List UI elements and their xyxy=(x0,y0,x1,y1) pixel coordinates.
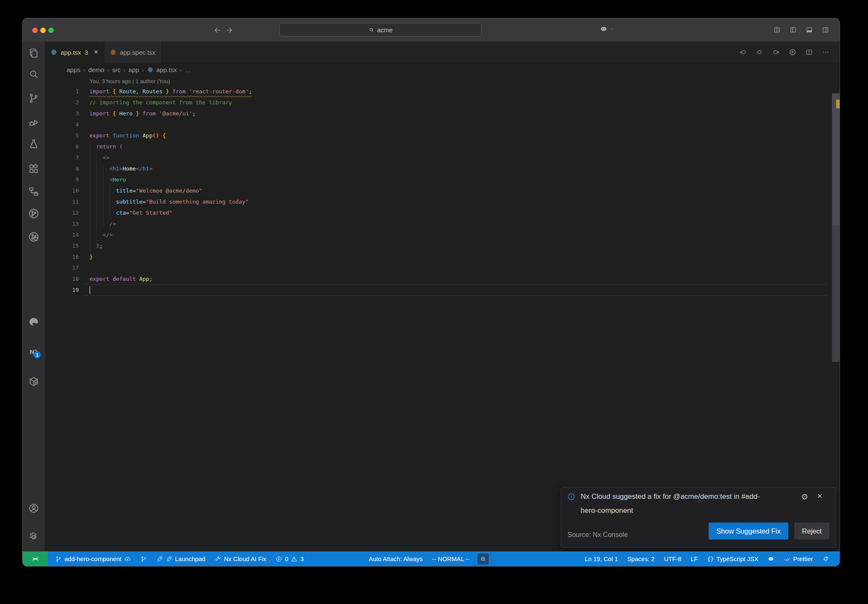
ellipsis-icon[interactable] xyxy=(822,48,829,56)
notification-source: Source: Nx Console xyxy=(568,526,628,543)
code-editor[interactable]: You, 3 hours ago | 1 author (You)1import… xyxy=(45,77,831,551)
nav-dot-circle-icon[interactable] xyxy=(756,48,763,56)
breadcrumb-more[interactable]: … xyxy=(185,66,191,73)
activity-extensions[interactable] xyxy=(28,163,39,175)
status-eol[interactable]: LF xyxy=(686,551,703,566)
code-line-6[interactable]: 6 return ( xyxy=(45,141,831,152)
tab-bar: app.tsx3×app.spec.tsx xyxy=(45,42,840,63)
status-language[interactable]: {}TypeScript JSX xyxy=(702,551,763,566)
nav-back-circle-icon[interactable] xyxy=(739,48,747,56)
breadcrumb-item[interactable]: apps xyxy=(67,66,81,73)
breadcrumb-item[interactable]: app xyxy=(128,66,139,73)
status-problems[interactable]: 03 xyxy=(271,551,308,566)
code-line-2[interactable]: 2// importing the component from the lib… xyxy=(45,97,831,108)
code-line-7[interactable]: 7 <> xyxy=(45,152,831,163)
status-zoom-indicator[interactable] xyxy=(478,554,489,565)
status-nx-cloud-ai-fix[interactable]: Nx Cloud AI Fix xyxy=(210,551,271,566)
status-auto-attach[interactable]: Auto Attach: Always xyxy=(364,551,427,566)
activity-gitlens[interactable] xyxy=(28,208,39,219)
remote-indicator[interactable]: >< xyxy=(22,551,48,566)
scrollbar-slider-top xyxy=(832,93,840,225)
copilot-menu[interactable] xyxy=(600,25,614,33)
status-indentation[interactable]: Spaces: 2 xyxy=(623,551,659,566)
activity-edge[interactable] xyxy=(28,316,39,328)
breadcrumb-item[interactable]: demo xyxy=(88,66,104,73)
nav-forward-circle-icon[interactable] xyxy=(772,48,780,56)
rocket-icon xyxy=(166,556,172,562)
breadcrumb[interactable]: apps›demo›src›app›app.tsx›… xyxy=(45,63,831,77)
status-label: 0 xyxy=(285,556,288,562)
code-line-17[interactable]: 17 xyxy=(45,263,831,274)
copilot-icon[interactable] xyxy=(600,25,608,33)
activity-gitlens-inspect[interactable] xyxy=(28,231,39,243)
layout-panel-icon[interactable] xyxy=(806,26,813,34)
activity-account[interactable] xyxy=(28,503,39,514)
code-line-16[interactable]: 16} xyxy=(45,252,831,263)
breadcrumb-item[interactable]: src xyxy=(112,66,120,73)
current-line-highlight xyxy=(83,284,828,296)
tab-label: app.spec.tsx xyxy=(120,49,156,56)
navigate-back-button[interactable] xyxy=(213,26,222,34)
wrench-icon xyxy=(214,556,221,562)
react-icon xyxy=(50,49,57,56)
code-line-12[interactable]: 12 cta="Get Started" xyxy=(45,207,831,218)
activity-debug[interactable] xyxy=(28,117,39,128)
close-window-button[interactable] xyxy=(32,28,38,33)
nx-badge: 1 xyxy=(33,351,41,358)
status-cursor-position[interactable]: Ln 19, Col 1 xyxy=(580,551,623,566)
line-number: 5 xyxy=(45,130,79,141)
layout-customize-icon[interactable] xyxy=(773,26,781,34)
navigate-forward-button[interactable] xyxy=(225,26,234,34)
tab-app.tsx[interactable]: app.tsx3× xyxy=(45,42,104,63)
code-line-15[interactable]: 15 ); xyxy=(45,240,831,252)
notification-settings-icon[interactable]: ⚙ xyxy=(801,492,808,502)
status-vim-mode[interactable]: -- NORMAL -- xyxy=(427,551,474,566)
tab-close-icon[interactable]: × xyxy=(94,48,98,56)
error-circle-icon xyxy=(275,556,282,562)
minimize-window-button[interactable] xyxy=(40,28,46,33)
show-suggested-fix-button[interactable]: Show Suggested Fix xyxy=(709,523,788,540)
code-line-14[interactable]: 14 </> xyxy=(45,229,831,240)
breadcrumb-file[interactable]: app.tsx xyxy=(156,66,177,73)
run-circle-icon[interactable] xyxy=(789,48,796,56)
activity-files[interactable] xyxy=(28,47,39,59)
code-line-3[interactable]: 3import { Hero } from '@acme/ui'; xyxy=(45,108,831,119)
activity-type-hierarchy[interactable] xyxy=(28,186,39,197)
maximize-window-button[interactable] xyxy=(48,28,54,33)
layout-sidebar-right-icon[interactable] xyxy=(822,26,829,34)
activity-beaker[interactable] xyxy=(28,138,39,149)
code-line-13[interactable]: 13 /> xyxy=(45,218,831,229)
code-line-4[interactable]: 4 xyxy=(45,119,831,130)
layout-sidebar-left-icon[interactable] xyxy=(790,26,797,34)
overview-warning-mark xyxy=(836,100,840,108)
notification-close-icon[interactable]: × xyxy=(817,491,822,501)
code-line-18[interactable]: 18export default App; xyxy=(45,274,831,285)
line-number: 14 xyxy=(45,229,79,240)
command-center-search[interactable]: acme xyxy=(279,23,481,36)
line-number: 2 xyxy=(45,97,79,108)
editor-scrollbar[interactable] xyxy=(832,77,840,551)
activity-gear[interactable] xyxy=(28,531,39,543)
code-line-9[interactable]: 9 <Hero xyxy=(45,174,831,185)
split-editor-icon[interactable] xyxy=(805,48,813,56)
status-scm-graph[interactable] xyxy=(136,551,152,566)
reject-button[interactable]: Reject xyxy=(794,523,829,540)
git-branch-icon xyxy=(55,556,62,562)
code-line-5[interactable]: 5export function App() { xyxy=(45,130,831,141)
tab-app.spec.tsx[interactable]: app.spec.tsx xyxy=(104,42,161,63)
code-line-1[interactable]: 1import { Route, Routes } from 'react-ro… xyxy=(45,86,831,97)
status-copilot[interactable] xyxy=(763,551,779,566)
status-branch[interactable]: add-hero-component xyxy=(50,551,136,566)
code-line-10[interactable]: 10 title="Welcmoe @acme/demo" xyxy=(45,185,831,196)
status-launchpad[interactable]: Launchpad xyxy=(152,551,210,566)
activity-source-control[interactable] xyxy=(28,92,39,104)
code-line-8[interactable]: 8 <h1>Home</h1> xyxy=(45,163,831,174)
git-blame-annotation: You, 3 hours ago | 1 author (You) xyxy=(45,77,831,86)
activity-search[interactable] xyxy=(28,68,39,80)
code-line-11[interactable]: 11 subtitle="Build something amazing tod… xyxy=(45,196,831,207)
breadcrumb-separator: › xyxy=(123,67,125,73)
status-notifications[interactable] xyxy=(818,551,834,566)
status-encoding[interactable]: UTF-8 xyxy=(659,551,686,566)
activity-container[interactable] xyxy=(28,376,39,387)
status-prettier[interactable]: Prettier xyxy=(779,551,818,566)
